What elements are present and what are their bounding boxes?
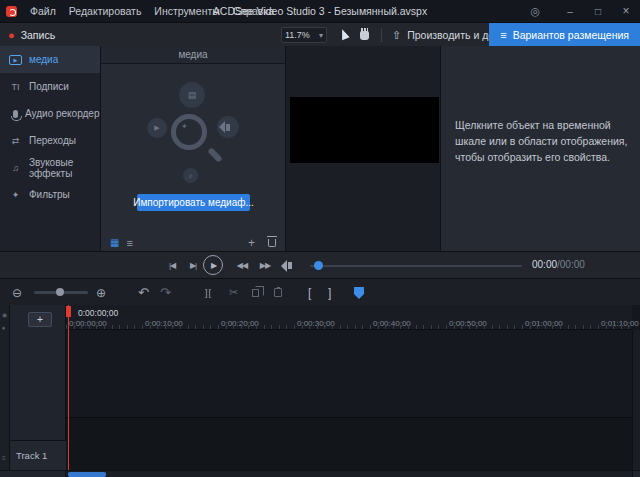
- split-icon[interactable]: ][: [205, 279, 212, 306]
- rail-icon[interactable]: ≡: [2, 455, 6, 461]
- acdsee-brand-icon: ◎: [530, 5, 540, 18]
- zoom-in-icon[interactable]: ⊕: [96, 279, 106, 306]
- sidebar-item-label: Подписи: [29, 81, 69, 92]
- trash-icon[interactable]: [268, 239, 276, 247]
- transitions-icon: ⇄: [9, 136, 22, 146]
- share-icon: ⇧: [392, 29, 401, 42]
- image-icon: ▶: [147, 118, 167, 138]
- video-preview[interactable]: [290, 97, 439, 163]
- media-panel-header: медиа: [101, 46, 285, 64]
- copy-icon[interactable]: [252, 279, 259, 306]
- record-icon: ●: [8, 30, 15, 41]
- pan-tool-icon[interactable]: [360, 31, 369, 40]
- close-button[interactable]: ×: [612, 0, 640, 22]
- step-forward-button[interactable]: ▶|: [184, 252, 202, 279]
- seek-slider[interactable]: [310, 265, 522, 267]
- time-current: 00:00: [532, 259, 557, 270]
- sidebar-item-media[interactable]: ▶ медиа: [0, 46, 100, 73]
- timeline-zoom-handle[interactable]: [56, 288, 64, 296]
- sparkle-icon: ✦: [181, 122, 188, 131]
- vertical-scrollbar[interactable]: [632, 330, 640, 470]
- track-header[interactable]: Track 1: [11, 440, 66, 470]
- acdsee-video-studio-window: Файл Редактировать Инструменты Справка A…: [0, 0, 640, 477]
- seek-slider-thumb[interactable]: [314, 261, 323, 270]
- track-rail: ◉ ♦ ≡: [0, 305, 10, 470]
- playhead-handle[interactable]: [66, 306, 71, 317]
- rail-icon[interactable]: ♦: [2, 325, 5, 331]
- menu-tools[interactable]: Инструменты: [154, 5, 219, 17]
- titlebar: Файл Редактировать Инструменты Справка A…: [0, 0, 640, 22]
- step-back-button[interactable]: |◀: [163, 252, 181, 279]
- captions-icon: TI: [9, 82, 22, 92]
- zoom-level-value: 11.7%: [285, 30, 310, 40]
- media-panel-footer: ▦ ≡ +: [101, 234, 285, 251]
- rail-icon[interactable]: ◉: [2, 311, 7, 318]
- edit-toolbar: ⊖ ⊕ ↶ ↷ ][ ✂ [ ]: [0, 278, 640, 305]
- scissors-icon[interactable]: ✂: [229, 279, 238, 306]
- sidebar: ▶ медиа TI Подписи Аудио рекордер ⇄ Пере…: [0, 46, 100, 251]
- track-lane[interactable]: [66, 330, 632, 418]
- magnifier-icon: [171, 114, 207, 150]
- layout-list-icon: ≡: [500, 29, 506, 41]
- layout-options-label: Вариантов размещения: [513, 29, 629, 41]
- sidebar-item-label: Фильтры: [29, 189, 70, 200]
- record-label: Запись: [21, 29, 55, 41]
- ruler-ticks: [66, 325, 632, 329]
- window-controls: ◎ – □ ×: [530, 0, 640, 22]
- volume-button[interactable]: [282, 252, 298, 279]
- timeline-tracks-area[interactable]: [66, 330, 632, 470]
- sidebar-item-filters[interactable]: ✦ Фильтры: [0, 181, 100, 208]
- minimize-button[interactable]: –: [556, 0, 584, 22]
- add-marker-icon[interactable]: [354, 287, 364, 294]
- speaker-circle: [217, 116, 239, 138]
- record-button[interactable]: ● Запись: [8, 23, 55, 47]
- track-header-column: ◉ ♦ ≡ + Track 1: [0, 305, 66, 470]
- sidebar-item-sound-effects[interactable]: ♫ Звуковые эффекты: [0, 154, 100, 181]
- mark-out-icon[interactable]: ]: [328, 279, 331, 306]
- music-icon: ♪: [183, 168, 198, 183]
- timeline-ruler[interactable]: 0:00:00;00 0:00:00;00 0:00:10;00 0:00:20…: [66, 305, 632, 330]
- sidebar-item-audio-recorder[interactable]: Аудио рекордер: [0, 100, 100, 127]
- horizontal-scrollbar-thumb[interactable]: [68, 472, 106, 477]
- zoom-level-dropdown[interactable]: 11.7% ▾: [281, 27, 327, 43]
- track-name: Track 1: [16, 450, 47, 461]
- sidebar-item-transitions[interactable]: ⇄ Переходы: [0, 127, 100, 154]
- sidebar-item-label: Переходы: [29, 135, 76, 146]
- layout-options-button[interactable]: ≡ Вариантов размещения: [489, 23, 640, 47]
- microphone-icon: [13, 110, 18, 118]
- preview-panel: [285, 46, 440, 251]
- properties-hint-text: Щелкните объект на временной шкале или в…: [455, 118, 628, 165]
- zoom-out-icon[interactable]: ⊖: [12, 279, 22, 306]
- import-media-button[interactable]: Импортировать медиаф...: [137, 194, 250, 211]
- previous-frame-button[interactable]: ◀◀: [232, 252, 252, 279]
- paste-icon[interactable]: [274, 279, 282, 306]
- playhead-line[interactable]: [68, 305, 69, 470]
- menu-help[interactable]: Справка: [233, 5, 274, 17]
- undo-icon[interactable]: ↶: [138, 279, 149, 306]
- add-media-icon[interactable]: +: [248, 236, 255, 250]
- speaker-icon: [226, 124, 230, 131]
- mark-in-icon[interactable]: [: [308, 279, 311, 306]
- copy-glyph: [252, 289, 259, 297]
- grid-view-icon[interactable]: ▦: [110, 237, 119, 248]
- sidebar-item-label: Звуковые эффекты: [29, 157, 100, 179]
- redo-icon[interactable]: ↷: [160, 279, 171, 306]
- horizontal-scrollbar[interactable]: [0, 470, 640, 477]
- sidebar-item-captions[interactable]: TI Подписи: [0, 73, 100, 100]
- play-button[interactable]: ▶: [203, 255, 223, 275]
- volume-icon: [288, 262, 292, 269]
- menu-file[interactable]: Файл: [30, 5, 56, 17]
- empty-media-graphic: ▤ ▶ ♪ ✦: [133, 76, 253, 196]
- add-track-button[interactable]: +: [28, 312, 52, 327]
- list-view-icon[interactable]: ≡: [126, 237, 132, 249]
- media-panel: медиа ▤ ▶ ♪ ✦ Импортировать медиаф... ▦ …: [100, 46, 285, 251]
- transport-bar: |◀ ▶| ▶ ◀◀ ▶▶ 00:00/00:00: [0, 251, 640, 278]
- menu-edit[interactable]: Редактировать: [69, 5, 142, 17]
- next-frame-button[interactable]: ▶▶: [255, 252, 275, 279]
- toolbar-divider: [381, 28, 382, 42]
- filters-icon: ✦: [9, 190, 22, 200]
- select-tool-icon[interactable]: [338, 28, 349, 40]
- maximize-button[interactable]: □: [584, 0, 612, 22]
- timeline: 0:00:00;00 0:00:00;00 0:00:10;00 0:00:20…: [0, 305, 640, 470]
- magnifier-handle: [207, 147, 223, 163]
